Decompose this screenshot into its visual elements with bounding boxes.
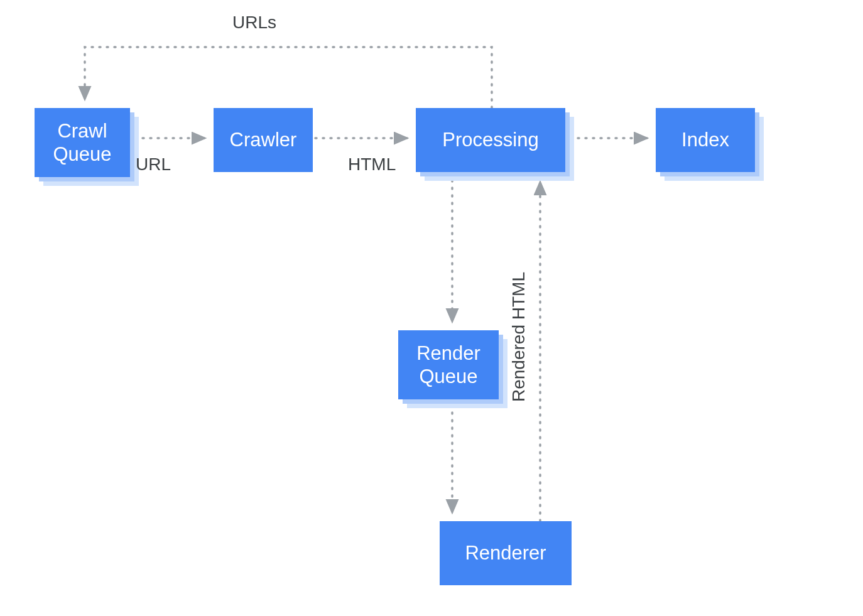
label-rendered-html: Rendered HTML bbox=[509, 272, 529, 402]
node-render-queue: Render Queue bbox=[398, 330, 499, 399]
pipeline-diagram: Crawl Queue Crawler Processing Index Ren… bbox=[0, 0, 863, 616]
node-processing: Processing bbox=[416, 108, 565, 172]
node-renderer: Renderer bbox=[440, 521, 572, 585]
label-url: URL bbox=[136, 154, 171, 175]
label-urls: URLs bbox=[232, 13, 276, 33]
node-crawl-queue: Crawl Queue bbox=[35, 108, 130, 177]
edge-processing-to-crawlqueue bbox=[85, 47, 492, 108]
label-html: HTML bbox=[348, 154, 396, 175]
connectors-layer bbox=[0, 0, 863, 616]
node-crawler: Crawler bbox=[214, 108, 313, 172]
node-index: Index bbox=[656, 108, 755, 172]
